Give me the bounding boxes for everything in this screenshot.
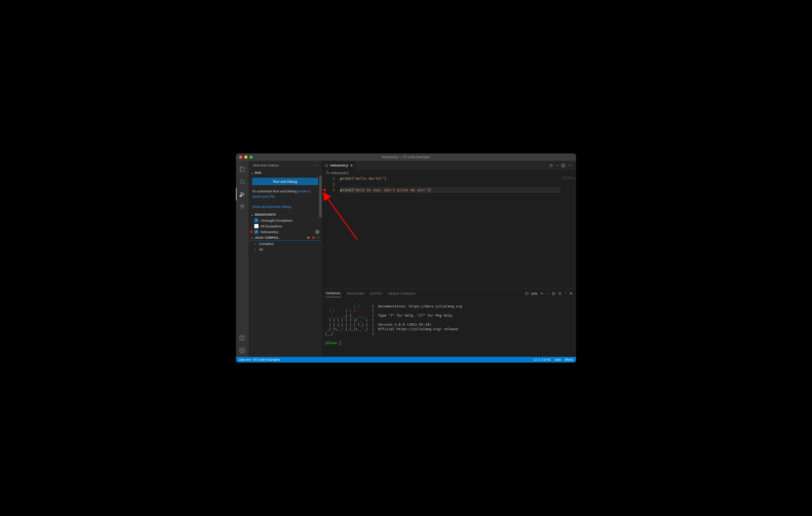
- run-section-header[interactable]: ⌄ RUN: [249, 170, 322, 176]
- run-and-debug-button[interactable]: Run and Debug: [252, 178, 318, 185]
- run-section-body: Run and Debug To customize Run and Debug…: [249, 176, 322, 212]
- maximize-panel-icon[interactable]: ⌃: [564, 292, 567, 295]
- breakpoint-all-exceptions[interactable]: All Exceptions: [249, 223, 322, 229]
- run-help-text: To customize Run and Debug create a laun…: [252, 189, 318, 209]
- breakpoint-file-row[interactable]: ✓ helloworld.jl 3: [249, 229, 322, 235]
- more-icon[interactable]: ···: [316, 236, 320, 239]
- breakpoints-section-header[interactable]: ⌄ BREAKPOINTS: [249, 212, 322, 217]
- panel-tab-debug-console[interactable]: DEBUG CONSOLE: [388, 290, 416, 297]
- svg-point-4: [241, 207, 243, 209]
- julia-compiled-section-header[interactable]: ⌄ JULIA: COMPILE… ＋ ···: [249, 235, 322, 241]
- activity-bar: [236, 161, 249, 357]
- breakpoint-dot-icon[interactable]: [323, 189, 326, 191]
- add-icon[interactable]: ＋: [306, 235, 311, 241]
- new-terminal-icon[interactable]: ＋: [540, 291, 544, 296]
- svg-point-2: [240, 205, 242, 207]
- terminal-name[interactable]: julia: [531, 292, 537, 295]
- scrollbar[interactable]: [319, 176, 322, 217]
- run-file-icon[interactable]: [549, 163, 554, 168]
- titlebar: helloworld.jl — VS Code Examples: [236, 153, 576, 161]
- tab-label: helloworld.jl: [330, 163, 348, 167]
- julia-file-icon: [325, 171, 329, 175]
- editor-actions: ⌄ ···: [549, 161, 576, 170]
- svg-point-7: [241, 350, 243, 351]
- chevron-down-icon: ⌄: [250, 171, 254, 175]
- status-julia-env[interactable]: Julia env: VS Code Examples: [239, 358, 280, 362]
- checkbox-unchecked-icon[interactable]: [254, 224, 258, 228]
- editor-tabs: helloworld.jl ✕ ⌄ ···: [322, 161, 576, 170]
- close-panel-icon[interactable]: ✕: [570, 292, 572, 295]
- run-dropdown-icon[interactable]: ⌄: [556, 164, 558, 167]
- run-section-title: RUN: [255, 171, 320, 174]
- breadcrumb-file: helloworld.jl: [331, 171, 348, 175]
- show-auto-debug-link[interactable]: Show all automatic debug: [252, 205, 291, 209]
- run-debug-panel: RUN AND DEBUG ··· ⌄ RUN Run and Debug To…: [249, 161, 322, 357]
- split-editor-icon[interactable]: [561, 163, 565, 168]
- panel-tab-terminal[interactable]: TERMINAL: [325, 290, 341, 297]
- svg-point-6: [241, 336, 243, 338]
- status-branch[interactable]: (Main): [564, 358, 573, 362]
- julia-file-icon: [324, 164, 328, 167]
- chevron-right-icon: ›: [254, 242, 257, 246]
- svg-point-0: [240, 180, 244, 183]
- julia-compiled-title: JULIA: COMPILE…: [255, 236, 305, 239]
- line-gutter[interactable]: 123: [322, 176, 340, 289]
- settings-gear-icon[interactable]: [236, 344, 249, 357]
- status-cursor-position[interactable]: Ln 3, Col 42: [534, 358, 551, 362]
- panel-header: RUN AND DEBUG ···: [249, 161, 322, 170]
- svg-point-3: [242, 205, 244, 207]
- panel-tab-problems[interactable]: PROBLEMS: [347, 290, 364, 297]
- chevron-down-icon: ⌄: [250, 236, 254, 239]
- terminal-content[interactable]: _ _ _ _(_)_ | Documentation: https://doc…: [322, 298, 576, 357]
- tree-item-all[interactable]: › All: [249, 246, 322, 252]
- panel-title: RUN AND DEBUG: [253, 164, 279, 167]
- kill-terminal-icon[interactable]: [558, 292, 562, 295]
- vscode-window: helloworld.jl — VS Code Examples: [236, 153, 576, 363]
- editor-area: helloworld.jl ✕ ⌄ ···: [322, 161, 576, 357]
- terminal-dropdown-icon[interactable]: ⌄: [547, 292, 549, 295]
- record-icon[interactable]: [312, 236, 315, 239]
- run-debug-icon[interactable]: [236, 188, 249, 201]
- accounts-icon[interactable]: [236, 332, 249, 344]
- window-title: helloworld.jl — VS Code Examples: [236, 155, 576, 159]
- checkbox-checked-icon[interactable]: ✓: [254, 230, 258, 234]
- terminal-launch-icon[interactable]: [525, 292, 529, 295]
- code-content[interactable]: print("Hello World!")print("Hold on now,…: [340, 176, 576, 289]
- explorer-icon[interactable]: [236, 163, 249, 175]
- panel-tabs: TERMINAL PROBLEMS OUTPUT DEBUG CONSOLE j…: [322, 289, 576, 298]
- svg-rect-10: [526, 292, 528, 294]
- minimap[interactable]: [560, 176, 576, 289]
- breakpoints-section-title: BREAKPOINTS: [255, 213, 320, 216]
- extensions-icon[interactable]: [236, 201, 249, 213]
- panel-tab-output[interactable]: OUTPUT: [370, 290, 383, 297]
- editor-more-icon[interactable]: ···: [568, 163, 573, 168]
- chevron-right-icon: ›: [254, 247, 257, 251]
- breakpoint-uncaught-exceptions[interactable]: ✓ Uncaught Exceptions: [249, 217, 322, 223]
- breakpoint-dot-icon: [250, 231, 253, 233]
- checkbox-checked-icon[interactable]: ✓: [254, 218, 258, 222]
- tree-item-compiled[interactable]: › Compiled: [249, 241, 322, 246]
- chevron-down-icon: ⌄: [250, 213, 254, 216]
- breakpoint-line-badge: 3: [315, 230, 320, 234]
- search-icon[interactable]: [236, 175, 249, 188]
- panel-more-icon[interactable]: ···: [314, 163, 319, 168]
- close-tab-icon[interactable]: ✕: [350, 163, 353, 168]
- compiled-tree: › Compiled › All: [249, 241, 322, 357]
- status-bar: Julia env: VS Code Examples Ln 3, Col 42…: [236, 357, 576, 363]
- tab-helloworld[interactable]: helloworld.jl ✕: [322, 161, 356, 170]
- code-editor[interactable]: 123 print("Hello World!")print("Hold on …: [322, 176, 576, 289]
- breadcrumb[interactable]: helloworld.jl: [322, 170, 576, 176]
- split-terminal-icon[interactable]: [552, 292, 555, 295]
- status-language[interactable]: Julia: [554, 358, 561, 362]
- bottom-panel: TERMINAL PROBLEMS OUTPUT DEBUG CONSOLE j…: [322, 289, 576, 357]
